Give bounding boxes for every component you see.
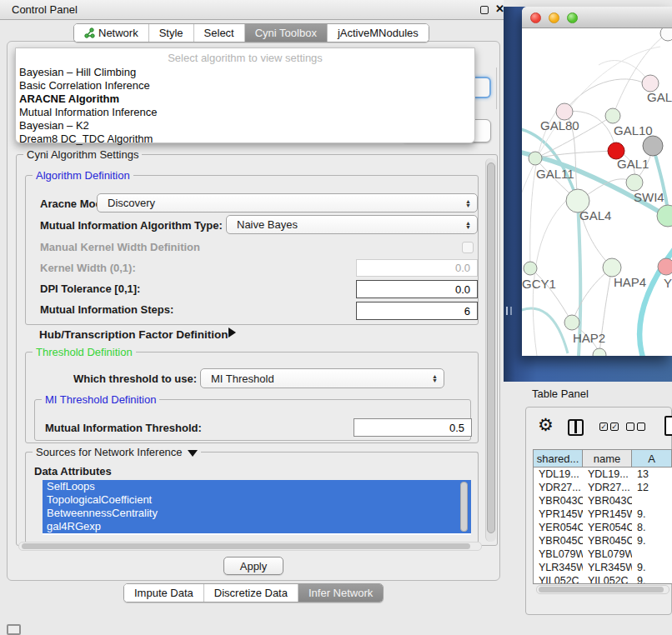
data-attribute-item[interactable]: TopologicalCoefficient	[43, 493, 471, 507]
table-cell: YLR345W	[583, 561, 632, 574]
network-edge[interactable]	[572, 268, 612, 322]
algorithm-option[interactable]: Mutual Information Inference	[16, 106, 474, 119]
network-node-hap4[interactable]	[603, 258, 621, 277]
data-attribute-item[interactable]: SelfLoops	[43, 480, 471, 493]
network-node-label: GCY1	[522, 277, 556, 291]
table-cell: 9.	[632, 508, 672, 521]
algorithm-option[interactable]: Bayesian – K2	[16, 119, 474, 132]
network-node-label: GAL1	[617, 157, 649, 171]
mi-steps-field[interactable]: 6	[356, 302, 478, 320]
table-cell	[632, 548, 672, 561]
attributes-vscrollbar-thumb[interactable]	[460, 482, 468, 532]
aracne-mode-combo[interactable]: Discovery ▲▼	[97, 193, 478, 212]
expand-arrow-icon[interactable]	[228, 328, 236, 338]
network-node-swi4[interactable]	[657, 205, 672, 227]
tab-network[interactable]: Network	[74, 24, 149, 42]
algorithm-definition-group: Algorithm Definition Aracne Mode: Discov…	[25, 175, 479, 325]
table-cell: YPR145W	[534, 508, 583, 521]
network-node[interactable]	[593, 348, 606, 356]
tab-impute-data[interactable]: Impute Data	[124, 584, 204, 602]
tab-discretize-data[interactable]: Discretize Data	[204, 584, 298, 602]
control-panel-title: Control Panel	[12, 3, 78, 16]
settings-vscrollbar-thumb[interactable]	[487, 162, 495, 533]
tab-select[interactable]: Select	[194, 24, 245, 42]
data-attributes-label: Data Attributes	[34, 465, 112, 478]
threshold-definition-group: Threshold Definition Which threshold to …	[25, 352, 479, 443]
network-node-gcy1[interactable]	[524, 262, 537, 275]
network-node-y[interactable]	[658, 258, 672, 275]
algorithm-option[interactable]: Dream8 DC_TDC Algorithm	[16, 132, 474, 146]
table-column-header[interactable]: shared...	[534, 450, 583, 467]
data-attribute-item[interactable]: BetweennessCentrality	[43, 507, 471, 520]
checked-box-icon[interactable]: ✓	[599, 422, 608, 431]
network-edge[interactable]	[522, 308, 568, 353]
table-column-header[interactable]: A	[632, 450, 672, 467]
settings-vscrollbar[interactable]	[485, 158, 496, 542]
network-node[interactable]	[643, 136, 663, 156]
settings-hscrollbar[interactable]	[18, 542, 482, 551]
network-node-gal10[interactable]	[605, 108, 620, 123]
algorithm-option[interactable]: ARACNE Algorithm	[16, 92, 474, 106]
kernel-width-field[interactable]: 0.0	[356, 259, 478, 277]
cyni-algorithm-settings-title: Cyni Algorithm Settings	[23, 148, 142, 161]
table-row[interactable]: YER054CYER054C8.	[534, 521, 672, 534]
network-node-hap2[interactable]	[564, 315, 579, 330]
table-hscrollbar-thumb[interactable]	[539, 587, 664, 592]
table-hscrollbar[interactable]	[536, 585, 669, 594]
network-node-gal[interactable]	[642, 75, 659, 92]
manual-kernel-checkbox[interactable]	[462, 242, 474, 253]
collapse-arrow-icon[interactable]	[188, 450, 198, 457]
network-edge[interactable]	[564, 79, 650, 112]
split-panel-icon[interactable]	[568, 419, 584, 436]
which-threshold-combo[interactable]: MI Threshold ▲▼	[200, 368, 444, 388]
tab-jactivemnodules[interactable]: jActiveMNodules	[328, 24, 429, 42]
network-node-gal80[interactable]	[556, 103, 573, 120]
tab-style[interactable]: Style	[149, 24, 194, 42]
data-attributes-list[interactable]: SelfLoopsTopologicalCoefficientBetweenne…	[43, 480, 471, 535]
table-row[interactable]: YPR145WYPR145W9.	[534, 508, 672, 521]
dpi-tolerance-field[interactable]: 0.0	[356, 280, 478, 298]
checked-box-icon[interactable]: ✓	[610, 422, 619, 431]
tab-label: Style	[159, 27, 183, 39]
splitter-handle[interactable]	[506, 307, 512, 315]
mi-threshold-field[interactable]: 0.5	[354, 418, 472, 437]
data-attribute-item[interactable]: gal4RGexp	[43, 520, 471, 533]
table-row[interactable]: YBR045CYBR045C9.	[534, 534, 672, 548]
table-row[interactable]: YDL19...YDL19...13	[534, 468, 672, 481]
unchecked-box-icon[interactable]	[637, 422, 645, 431]
network-node-gal1[interactable]	[626, 174, 643, 191]
table-row[interactable]: YBL079WYBL079W	[534, 548, 672, 561]
table-cell: YDR27...	[583, 481, 632, 494]
minimize-window-icon[interactable]	[549, 12, 559, 23]
tab-infer-network[interactable]: Infer Network	[298, 584, 383, 602]
network-window-titlebar[interactable]	[522, 7, 672, 28]
network-node-gal11[interactable]	[529, 152, 542, 165]
table-row[interactable]: YDR27...YDR27...12	[534, 481, 672, 494]
apply-button[interactable]: Apply	[223, 557, 283, 575]
document-icon[interactable]	[664, 416, 672, 436]
unchecked-box-icon[interactable]	[626, 422, 634, 431]
table-cell: YBR043C	[583, 494, 632, 508]
table-row[interactable]: YBR043CYBR043C	[534, 494, 672, 508]
table-row[interactable]: YLR345WYLR345W9.	[534, 561, 672, 574]
tab-cyni-toolbox[interactable]: Cyni Toolbox	[245, 24, 328, 42]
network-edge[interactable]	[522, 128, 578, 201]
settings-hscrollbar-thumb[interactable]	[22, 543, 470, 549]
collapsed-corner-box[interactable]	[7, 624, 21, 635]
close-window-icon[interactable]	[530, 12, 541, 23]
table-row[interactable]: YIL052CYIL052C9.	[534, 574, 672, 584]
table-cell: YIL052C	[583, 574, 632, 584]
tab-label: Infer Network	[308, 587, 373, 599]
covered-groupbox-fragment	[496, 68, 499, 109]
mi-threshold-group: MI Threshold Definition Mutual Informati…	[34, 399, 471, 441]
mi-type-combo[interactable]: Naive Bayes ▲▼	[226, 215, 478, 234]
network-node[interactable]	[660, 28, 672, 41]
gear-icon[interactable]: ⚙	[538, 415, 554, 435]
table-column-header[interactable]: name	[583, 450, 632, 467]
algorithm-option[interactable]: Basic Correlation Inference	[16, 79, 474, 92]
algorithm-option[interactable]: Bayesian – Hill Climbing	[16, 66, 474, 79]
control-panel-tab-bar: NetworkStyleSelectCyni ToolboxjActiveMNo…	[73, 23, 429, 42]
network-canvas[interactable]: GALGAL80GAL10GAL1GAL11GAL4SWI4GCY1HAP4YH…	[522, 28, 672, 356]
float-panel-icon[interactable]	[480, 6, 489, 14]
zoom-window-icon[interactable]	[567, 12, 578, 23]
